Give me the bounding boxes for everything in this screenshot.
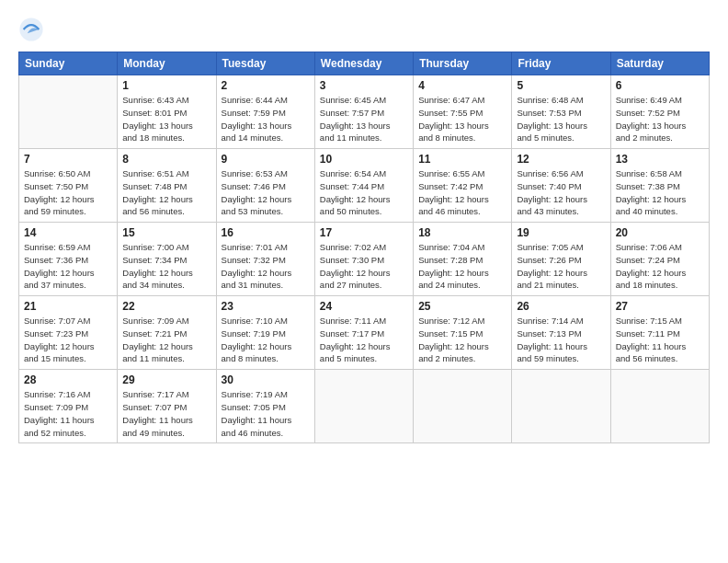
day-detail: Sunrise: 7:12 AMSunset: 7:15 PMDaylight:… (418, 315, 506, 365)
day-number: 1 (122, 79, 210, 92)
day-detail: Sunrise: 7:02 AMSunset: 7:30 PMDaylight:… (320, 241, 408, 292)
calendar-cell: 26Sunrise: 7:14 AMSunset: 7:13 PMDayligh… (512, 296, 610, 370)
day-number: 7 (24, 153, 112, 166)
day-detail: Sunrise: 7:00 AMSunset: 7:34 PMDaylight:… (122, 241, 210, 292)
day-number: 23 (222, 300, 310, 313)
calendar-cell: 29Sunrise: 7:17 AMSunset: 7:07 PMDayligh… (118, 370, 216, 443)
calendar-cell: 18Sunrise: 7:04 AMSunset: 7:28 PMDayligh… (414, 223, 512, 296)
day-detail: Sunrise: 6:55 AMSunset: 7:42 PMDaylight:… (418, 167, 506, 218)
day-number: 4 (418, 79, 506, 92)
page-header (18, 17, 710, 42)
calendar-week-5: 28Sunrise: 7:16 AMSunset: 7:09 PMDayligh… (19, 370, 710, 443)
calendar-header-saturday: Saturday (610, 52, 709, 75)
day-detail: Sunrise: 7:09 AMSunset: 7:21 PMDaylight:… (122, 315, 210, 365)
calendar-cell: 17Sunrise: 7:02 AMSunset: 7:30 PMDayligh… (314, 223, 413, 296)
calendar-cell: 21Sunrise: 7:07 AMSunset: 7:23 PMDayligh… (19, 296, 118, 370)
day-detail: Sunrise: 7:19 AMSunset: 7:05 PMDaylight:… (222, 388, 310, 439)
calendar-cell: 14Sunrise: 6:59 AMSunset: 7:36 PMDayligh… (19, 223, 118, 296)
day-number: 28 (24, 373, 112, 386)
calendar-cell: 1Sunrise: 6:43 AMSunset: 8:01 PMDaylight… (118, 75, 216, 149)
day-number: 29 (122, 373, 210, 386)
calendar-cell: 10Sunrise: 6:54 AMSunset: 7:44 PMDayligh… (314, 149, 413, 223)
calendar-header-row: SundayMondayTuesdayWednesdayThursdayFrid… (19, 52, 710, 75)
day-detail: Sunrise: 6:59 AMSunset: 7:36 PMDaylight:… (24, 241, 112, 292)
day-detail: Sunrise: 6:50 AMSunset: 7:50 PMDaylight:… (24, 167, 112, 218)
calendar-week-3: 14Sunrise: 6:59 AMSunset: 7:36 PMDayligh… (19, 223, 710, 296)
day-detail: Sunrise: 7:07 AMSunset: 7:23 PMDaylight:… (24, 315, 112, 365)
day-detail: Sunrise: 7:16 AMSunset: 7:09 PMDaylight:… (24, 388, 112, 439)
day-number: 8 (122, 153, 210, 166)
calendar-week-1: 1Sunrise: 6:43 AMSunset: 8:01 PMDaylight… (19, 75, 710, 149)
calendar-cell: 7Sunrise: 6:50 AMSunset: 7:50 PMDaylight… (19, 149, 118, 223)
calendar-cell: 6Sunrise: 6:49 AMSunset: 7:52 PMDaylight… (610, 75, 709, 149)
day-detail: Sunrise: 6:51 AMSunset: 7:48 PMDaylight:… (122, 167, 210, 218)
day-detail: Sunrise: 6:47 AMSunset: 7:55 PMDaylight:… (418, 94, 506, 144)
calendar-cell: 2Sunrise: 6:44 AMSunset: 7:59 PMDaylight… (216, 75, 314, 149)
day-number: 20 (616, 226, 704, 239)
calendar-cell: 24Sunrise: 7:11 AMSunset: 7:17 PMDayligh… (314, 296, 413, 370)
calendar-cell: 15Sunrise: 7:00 AMSunset: 7:34 PMDayligh… (118, 223, 216, 296)
day-number: 24 (320, 300, 408, 313)
day-detail: Sunrise: 6:48 AMSunset: 7:53 PMDaylight:… (517, 94, 605, 144)
day-detail: Sunrise: 6:53 AMSunset: 7:46 PMDaylight:… (222, 167, 310, 218)
day-detail: Sunrise: 7:10 AMSunset: 7:19 PMDaylight:… (222, 315, 310, 365)
logo (18, 17, 47, 42)
day-detail: Sunrise: 6:45 AMSunset: 7:57 PMDaylight:… (320, 94, 408, 144)
day-detail: Sunrise: 7:15 AMSunset: 7:11 PMDaylight:… (616, 315, 704, 365)
day-detail: Sunrise: 6:58 AMSunset: 7:38 PMDaylight:… (616, 167, 704, 218)
day-detail: Sunrise: 7:17 AMSunset: 7:07 PMDaylight:… (122, 388, 210, 439)
day-number: 22 (122, 300, 210, 313)
calendar-cell: 16Sunrise: 7:01 AMSunset: 7:32 PMDayligh… (216, 223, 314, 296)
logo-icon (18, 17, 44, 42)
calendar-header-sunday: Sunday (19, 52, 118, 75)
calendar-cell: 4Sunrise: 6:47 AMSunset: 7:55 PMDaylight… (414, 75, 512, 149)
day-detail: Sunrise: 7:14 AMSunset: 7:13 PMDaylight:… (517, 315, 605, 365)
day-detail: Sunrise: 7:01 AMSunset: 7:32 PMDaylight:… (222, 241, 310, 292)
calendar: SundayMondayTuesdayWednesdayThursdayFrid… (18, 52, 710, 443)
calendar-cell: 9Sunrise: 6:53 AMSunset: 7:46 PMDaylight… (216, 149, 314, 223)
calendar-cell: 20Sunrise: 7:06 AMSunset: 7:24 PMDayligh… (610, 223, 709, 296)
day-detail: Sunrise: 7:11 AMSunset: 7:17 PMDaylight:… (320, 315, 408, 365)
calendar-cell: 12Sunrise: 6:56 AMSunset: 7:40 PMDayligh… (512, 149, 610, 223)
day-number: 16 (222, 226, 310, 239)
calendar-cell: 22Sunrise: 7:09 AMSunset: 7:21 PMDayligh… (118, 296, 216, 370)
day-number: 27 (616, 300, 704, 313)
calendar-header-thursday: Thursday (414, 52, 512, 75)
calendar-cell: 11Sunrise: 6:55 AMSunset: 7:42 PMDayligh… (414, 149, 512, 223)
day-number: 15 (122, 226, 210, 239)
calendar-cell: 30Sunrise: 7:19 AMSunset: 7:05 PMDayligh… (216, 370, 314, 443)
day-number: 18 (418, 226, 506, 239)
calendar-cell: 19Sunrise: 7:05 AMSunset: 7:26 PMDayligh… (512, 223, 610, 296)
calendar-cell: 13Sunrise: 6:58 AMSunset: 7:38 PMDayligh… (610, 149, 709, 223)
day-number: 11 (418, 153, 506, 166)
calendar-cell (414, 370, 512, 443)
day-number: 9 (222, 153, 310, 166)
calendar-cell (512, 370, 610, 443)
calendar-cell: 27Sunrise: 7:15 AMSunset: 7:11 PMDayligh… (610, 296, 709, 370)
day-number: 17 (320, 226, 408, 239)
day-number: 30 (222, 373, 310, 386)
day-number: 5 (517, 79, 605, 92)
day-detail: Sunrise: 6:56 AMSunset: 7:40 PMDaylight:… (517, 167, 605, 218)
calendar-cell: 5Sunrise: 6:48 AMSunset: 7:53 PMDaylight… (512, 75, 610, 149)
calendar-cell (314, 370, 413, 443)
day-number: 12 (517, 153, 605, 166)
day-detail: Sunrise: 6:49 AMSunset: 7:52 PMDaylight:… (616, 94, 704, 144)
calendar-week-4: 21Sunrise: 7:07 AMSunset: 7:23 PMDayligh… (19, 296, 710, 370)
day-number: 10 (320, 153, 408, 166)
calendar-cell (610, 370, 709, 443)
day-detail: Sunrise: 6:54 AMSunset: 7:44 PMDaylight:… (320, 167, 408, 218)
day-number: 13 (616, 153, 704, 166)
day-number: 6 (616, 79, 704, 92)
calendar-header-monday: Monday (118, 52, 216, 75)
day-detail: Sunrise: 7:04 AMSunset: 7:28 PMDaylight:… (418, 241, 506, 292)
day-detail: Sunrise: 7:06 AMSunset: 7:24 PMDaylight:… (616, 241, 704, 292)
day-number: 14 (24, 226, 112, 239)
calendar-header-friday: Friday (512, 52, 610, 75)
calendar-cell: 25Sunrise: 7:12 AMSunset: 7:15 PMDayligh… (414, 296, 512, 370)
day-number: 19 (517, 226, 605, 239)
calendar-cell (19, 75, 118, 149)
calendar-week-2: 7Sunrise: 6:50 AMSunset: 7:50 PMDaylight… (19, 149, 710, 223)
day-detail: Sunrise: 6:43 AMSunset: 8:01 PMDaylight:… (122, 94, 210, 144)
day-number: 3 (320, 79, 408, 92)
